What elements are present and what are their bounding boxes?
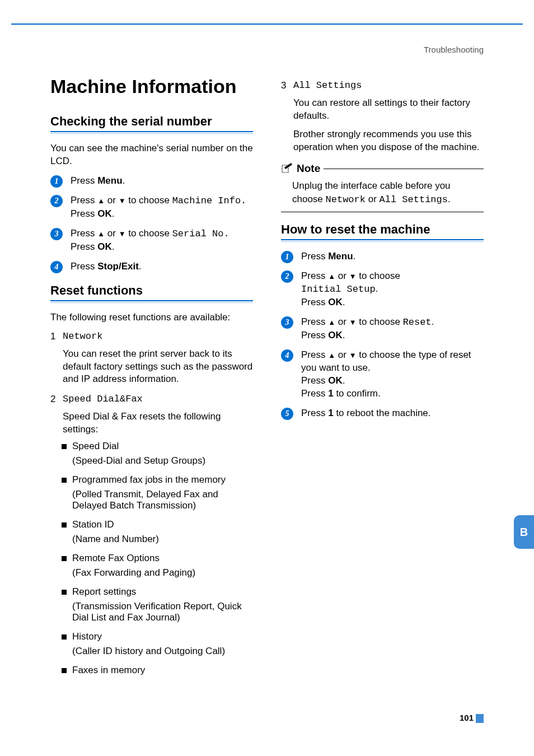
step-badge: 5 <box>281 408 293 420</box>
square-bullet-icon <box>62 634 67 640</box>
serial-intro: You can see the machine's serial number … <box>50 142 253 168</box>
bullet-station-id: Station ID (Name and Number) <box>62 519 253 545</box>
bullet-remote-fax: Remote Fax Options (Fax Forwarding and P… <box>62 553 253 578</box>
heading-serial: Checking the serial number <box>50 114 253 132</box>
list-number: 2 <box>50 394 63 405</box>
step-badge: 3 <box>50 228 63 240</box>
reset-step-3: 3 Press ▲ or ▼ to choose Reset. Press OK… <box>281 316 484 342</box>
reset-item-3: 3 All Settings You can restore all setti… <box>281 80 484 154</box>
square-bullet-icon <box>62 522 67 528</box>
list-code: All Settings <box>293 80 484 91</box>
list-code: Network <box>63 331 253 342</box>
bullet-programmed-fax: Programmed fax jobs in the memory (Polle… <box>62 474 253 511</box>
serial-step-3: 3 Press ▲ or ▼ to choose Serial No. Pres… <box>50 227 253 254</box>
list-number: 1 <box>50 331 63 342</box>
square-bullet-icon <box>62 590 67 595</box>
bullet-list: Speed Dial (Speed-Dial and Setup Groups)… <box>62 441 253 676</box>
reset-item-2: 2 Speed Dial&Fax Speed Dial & Fax resets… <box>50 394 253 676</box>
square-bullet-icon <box>62 668 67 673</box>
step-body: Press 1 to reboot the machine. <box>301 407 484 420</box>
reset-item-1: 1 Network You can reset the print server… <box>50 331 253 386</box>
step-body: Press Stop/Exit. <box>71 260 253 273</box>
step-badge: 3 <box>281 316 293 329</box>
bullet-faxes-memory: Faxes in memory <box>62 665 253 676</box>
header-section: Troubleshooting <box>424 45 484 54</box>
note-body: Unplug the interface cable before you ch… <box>281 176 484 213</box>
section-tab: B <box>514 515 534 549</box>
left-column: Machine Information Checking the serial … <box>50 76 253 684</box>
note-title: Note <box>297 162 320 175</box>
list-desc: You can restore all settings to their fa… <box>293 97 484 123</box>
step-badge: 1 <box>50 175 63 188</box>
step-body: Press ▲ or ▼ to choose the type of reset… <box>301 349 484 400</box>
top-rule <box>11 24 523 25</box>
right-column: 3 All Settings You can restore all setti… <box>281 76 484 684</box>
square-bullet-icon <box>62 444 67 449</box>
reset-step-2: 2 Press ▲ or ▼ to choose Initial Setup. … <box>281 270 484 309</box>
step-body: Press ▲ or ▼ to choose Machine Info. Pre… <box>71 194 253 221</box>
serial-step-1: 1 Press Menu. <box>50 175 253 188</box>
step-badge: 1 <box>281 251 293 263</box>
heading-how-to-reset: How to reset the machine <box>281 222 484 240</box>
list-desc: Speed Dial & Fax resets the following se… <box>63 410 253 436</box>
list-desc: Brother strongly recommends you use this… <box>293 128 484 154</box>
list-number: 3 <box>281 80 293 91</box>
step-badge: 2 <box>281 270 293 283</box>
content-wrap: Machine Information Checking the serial … <box>50 76 484 684</box>
step-body: Press Menu. <box>301 250 484 263</box>
step-body: Press ▲ or ▼ to choose Reset. Press OK. <box>301 316 484 342</box>
square-bullet-icon <box>62 478 67 483</box>
reset-step-5: 5 Press 1 to reboot the machine. <box>281 407 484 420</box>
step-body: Press ▲ or ▼ to choose Initial Setup. Pr… <box>301 270 484 309</box>
bullet-report-settings: Report settings (Transmission Verificati… <box>62 586 253 623</box>
reset-intro: The following reset functions are availa… <box>50 311 253 324</box>
serial-step-2: 2 Press ▲ or ▼ to choose Machine Info. P… <box>50 194 253 221</box>
step-body: Press Menu. <box>71 175 253 188</box>
list-code: Speed Dial&Fax <box>63 394 253 405</box>
reset-step-1: 1 Press Menu. <box>281 250 484 263</box>
reset-step-4: 4 Press ▲ or ▼ to choose the type of res… <box>281 349 484 400</box>
bullet-speed-dial: Speed Dial (Speed-Dial and Setup Groups) <box>62 441 253 466</box>
note-rule <box>324 169 484 170</box>
step-badge: 2 <box>50 195 63 207</box>
step-badge: 4 <box>281 349 293 362</box>
bullet-history: History (Caller ID history and Outgoing … <box>62 631 253 657</box>
serial-step-4: 4 Press Stop/Exit. <box>50 260 253 273</box>
list-desc: You can reset the print server back to i… <box>63 348 253 386</box>
page-title: Machine Information <box>50 76 253 97</box>
square-bullet-icon <box>62 556 67 561</box>
step-badge: 4 <box>50 261 63 273</box>
step-body: Press ▲ or ▼ to choose Serial No. Press … <box>71 227 253 254</box>
heading-reset-functions: Reset functions <box>50 283 253 301</box>
note-icon <box>281 162 293 176</box>
note-box: Note Unplug the interface cable before y… <box>281 162 484 213</box>
page-number: 101 <box>460 713 474 722</box>
page-accent <box>476 714 484 723</box>
